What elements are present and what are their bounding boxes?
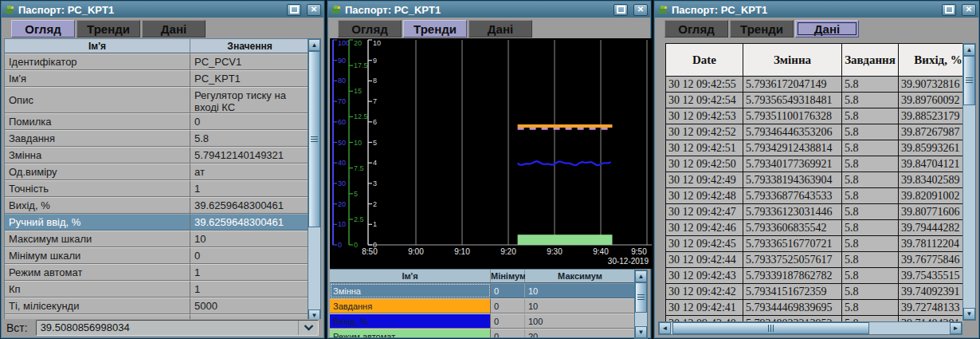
data-row[interactable]: 30 12 09:42:475.793361230314465.839.8077… [666, 204, 963, 220]
scrollbar-thumb[interactable] [672, 322, 869, 334]
dropdown-arrow-icon[interactable] [298, 321, 318, 335]
table-row[interactable]: Помилка0 [5, 113, 309, 130]
scrollbar-track[interactable] [635, 282, 647, 326]
table-row[interactable]: Максимум шкали10 [5, 231, 309, 247]
table-row[interactable]: Од.виміруат [5, 164, 309, 180]
tab-overview[interactable]: Огляд [338, 20, 402, 37]
data-row[interactable]: 30 12 09:42:545.793565493184815.839.8976… [666, 93, 963, 108]
maximize-button[interactable] [613, 4, 628, 16]
scrollbar-thumb[interactable] [635, 282, 647, 313]
data-row[interactable]: 30 12 09:42:455.793365167707215.839.7811… [666, 236, 963, 252]
data-row[interactable]: 30 12 09:42:535.793511001763285.839.8852… [666, 108, 963, 124]
close-button[interactable]: ✕ [307, 4, 321, 16]
table-row[interactable]: Режим автомат1 [5, 264, 309, 281]
tab-trends[interactable]: Тренди [76, 20, 140, 37]
scroll-up-icon[interactable]: ▲ [308, 39, 320, 51]
table-row[interactable]: Ім'яPC_KPT1 [5, 70, 309, 87]
maximize-button[interactable] [942, 4, 956, 16]
table-row[interactable]: Мінімум шкали0 [5, 247, 309, 264]
close-button[interactable]: ✕ [962, 4, 976, 16]
property-value-cell: 1 [190, 264, 309, 281]
scrollbar-track[interactable] [963, 56, 975, 308]
column-header-name: Ім'я [5, 39, 190, 53]
property-value-cell: 0 [190, 247, 309, 264]
data-row[interactable]: 30 12 09:42:425.79341516723595.839.74092… [666, 284, 963, 300]
tab-overview[interactable]: Огляд [664, 20, 728, 37]
data-cell: 30 12 09:42:55 [666, 77, 743, 93]
svg-text:60: 60 [338, 118, 346, 126]
legend-row[interactable]: Вихід, %0100 [330, 313, 635, 329]
property-value-cell: 39.6259648300461 [190, 197, 309, 214]
titlebar[interactable]: Паспорт: PC_KPT1 ✕ [655, 2, 978, 18]
data-row[interactable]: 30 12 09:42:465.79336068355425.839.79444… [666, 220, 963, 236]
data-row[interactable]: 30 12 09:42:555.79361720471495.839.90732… [666, 77, 963, 93]
data-row[interactable]: 30 12 09:42:505.793401773699215.839.8470… [666, 156, 963, 172]
close-button[interactable]: ✕ [633, 4, 648, 16]
legend-row[interactable]: Режим автомат020 [330, 329, 635, 337]
tab-overview[interactable]: Огляд [11, 20, 75, 37]
svg-text:90: 90 [338, 57, 346, 65]
scroll-down-icon[interactable]: ▼ [635, 326, 647, 338]
set-value-combobox[interactable]: 39.5080856998034 [36, 320, 319, 336]
legend-max-cell: 100 [525, 313, 635, 329]
data-row[interactable]: 30 12 09:42:515.793429124388145.839.8599… [666, 140, 963, 156]
scroll-up-icon[interactable]: ▲ [963, 44, 975, 56]
legend-max-cell: 20 [525, 329, 635, 337]
titlebar[interactable]: Паспорт: PC_KPT1 ✕ [2, 2, 323, 18]
table-row[interactable]: Вихід, %39.6259648300461 [5, 197, 309, 214]
table-row[interactable]: Завдання5.8 [5, 130, 309, 147]
titlebar[interactable]: Паспорт: PC_KPT1 ✕ [328, 2, 650, 18]
data-cell: 5.7933606835542 [743, 220, 842, 236]
scroll-up-icon[interactable]: ▲ [635, 270, 647, 282]
data-vertical-scrollbar[interactable]: ▲ ▼ [962, 43, 976, 321]
table-row[interactable]: Точність1 [5, 180, 309, 197]
legend-vertical-scrollbar[interactable]: ▲ ▼ [634, 270, 648, 339]
table-row[interactable]: Ті, мілісекунди5000 [5, 298, 309, 314]
data-cell: 39.90732816 [899, 77, 963, 93]
tab-data[interactable]: Дані [795, 20, 859, 37]
svg-text:9:20: 9:20 [500, 247, 516, 256]
data-row[interactable]: 30 12 09:42:415.793444698396955.839.7274… [666, 300, 963, 316]
tab-trends[interactable]: Тренди [730, 20, 794, 37]
data-row[interactable]: 30 12 09:42:435.793391878627825.839.7543… [666, 268, 963, 284]
scrollbar-track[interactable] [671, 322, 950, 334]
table-row[interactable]: ІдентифікаторPC_PCV1 [5, 53, 309, 70]
data-cell: 5.7934151672359 [743, 284, 842, 300]
data-row[interactable]: 30 12 09:42:525.793464463532065.839.8726… [666, 124, 963, 140]
data-cell: 5.8 [842, 172, 899, 188]
table-row[interactable]: ОписРегулятор тиску на вході КС [5, 87, 309, 113]
tab-trends[interactable]: Тренди [403, 20, 467, 37]
data-row[interactable]: 30 12 09:42:495.793381943639045.839.8340… [666, 172, 963, 188]
scroll-left-icon[interactable]: ◄ [659, 322, 671, 334]
property-value-cell: Регулятор тиску на вході КС [190, 87, 309, 113]
window-title: Паспорт: PC_KPT1 [18, 4, 281, 16]
data-row[interactable]: 30 12 09:42:485.793368776435335.839.8209… [666, 188, 963, 204]
data-cell: 39.72748133 [899, 300, 963, 316]
data-horizontal-scrollbar[interactable]: ◄ ► [658, 321, 962, 335]
overview-vertical-scrollbar[interactable]: ▲ ▼ [308, 38, 321, 322]
svg-text:9: 9 [373, 57, 377, 65]
data-cell: 30 12 09:42:47 [666, 204, 743, 220]
tab-data[interactable]: Дані [468, 20, 532, 37]
tab-data[interactable]: Дані [142, 20, 206, 37]
legend-row[interactable]: Завдання010 [330, 298, 635, 313]
data-row[interactable]: 30 12 09:42:445.793375250576175.839.7677… [666, 252, 963, 268]
table-row[interactable]: Ручний ввід, %39.6259648300461 [5, 214, 309, 231]
scrollbar-track[interactable] [308, 51, 320, 309]
table-row[interactable]: Змінна5.79412140149321 [5, 147, 309, 164]
scroll-right-icon[interactable]: ► [950, 322, 962, 334]
set-value-text: 39.5080856998034 [37, 321, 298, 333]
table-row[interactable]: Кп1 [5, 281, 309, 298]
data-cell: 30 12 09:42:45 [666, 236, 743, 252]
svg-text:80: 80 [338, 77, 346, 85]
legend-row[interactable]: Змінна010 [330, 283, 635, 298]
tab-bar: Огляд Тренди Дані [328, 18, 650, 41]
property-value-cell: 10 [190, 231, 309, 247]
scrollbar-thumb[interactable] [308, 51, 320, 227]
svg-text:70: 70 [338, 97, 346, 105]
data-cell: 5.8 [842, 108, 899, 124]
scroll-down-icon[interactable]: ▼ [963, 308, 975, 320]
svg-text:0: 0 [338, 241, 342, 249]
scrollbar-thumb[interactable] [963, 56, 975, 105]
maximize-button[interactable] [287, 4, 301, 16]
